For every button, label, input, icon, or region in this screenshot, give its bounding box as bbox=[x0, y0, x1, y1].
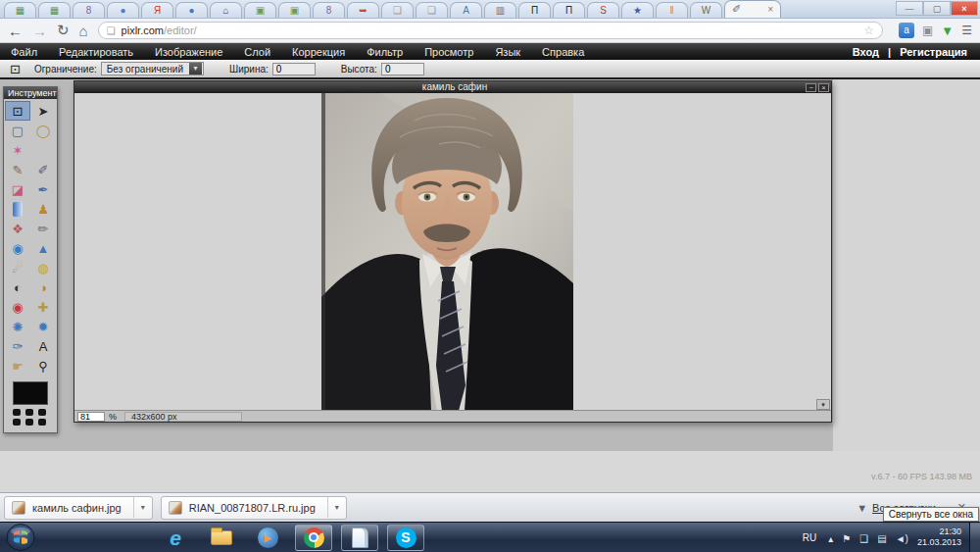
taskbar-internet-explorer[interactable]: e bbox=[157, 525, 194, 551]
minimize-button[interactable]: — bbox=[896, 1, 923, 16]
width-field[interactable] bbox=[272, 63, 316, 75]
eraser-tool[interactable]: ◪ bbox=[5, 179, 30, 199]
zoom-level-input[interactable] bbox=[77, 412, 105, 422]
wand-tool[interactable]: ✶ bbox=[5, 140, 30, 160]
tab-g-2[interactable]: 8 bbox=[313, 2, 345, 18]
brush-tool[interactable]: ✐ bbox=[30, 160, 56, 179]
home-icon[interactable]: ⌂ bbox=[79, 23, 88, 39]
heal-tool[interactable]: ✚ bbox=[30, 297, 56, 317]
red-eye-tool[interactable]: ◉ bbox=[5, 297, 30, 317]
menu-файл[interactable]: Файл bbox=[0, 46, 48, 58]
image-canvas[interactable] bbox=[74, 93, 831, 410]
hidden-icons-icon[interactable]: ▴ bbox=[828, 533, 833, 544]
smudge-tool[interactable]: ☄ bbox=[5, 258, 30, 277]
color-swatch[interactable] bbox=[13, 381, 48, 405]
draw-tool[interactable]: ✏ bbox=[30, 219, 56, 238]
move-tool[interactable]: ➤ bbox=[30, 101, 56, 121]
crop-tool[interactable]: ⊡ bbox=[5, 101, 30, 121]
show-desktop-button[interactable] bbox=[969, 523, 980, 552]
taskbar-windows-explorer[interactable] bbox=[203, 525, 240, 551]
tab-app-2[interactable]: ▣ bbox=[278, 2, 311, 18]
gradient-tool[interactable]: ▆ bbox=[5, 199, 30, 219]
pinch-tool[interactable]: ✹ bbox=[30, 317, 56, 336]
menu-слой[interactable]: Слой bbox=[233, 46, 281, 58]
image-close-icon[interactable]: × bbox=[818, 83, 829, 92]
extension-icon[interactable]: ▣ bbox=[922, 24, 933, 37]
download-item[interactable]: камиль сафин.jpg▾ bbox=[4, 496, 153, 520]
tab-doc-2[interactable]: ❏ bbox=[416, 2, 448, 18]
taskbar-chrome[interactable] bbox=[295, 525, 332, 551]
lasso-tool[interactable]: ◯ bbox=[30, 121, 56, 140]
hand-tool[interactable]: ☛ bbox=[5, 356, 30, 376]
tab-star[interactable]: ★ bbox=[621, 2, 654, 18]
sponge-tool[interactable]: ◍ bbox=[30, 258, 56, 277]
colorpicker-tool[interactable]: ✑ bbox=[5, 336, 30, 356]
tab-grid-1[interactable]: ▦ bbox=[4, 2, 36, 18]
action-center-flag-icon[interactable]: ⚑ bbox=[842, 533, 851, 544]
tools-palette-title[interactable]: Инструменты bbox=[4, 87, 57, 99]
tab-p-2[interactable]: П bbox=[553, 2, 585, 18]
bloat-tool[interactable]: ✺ bbox=[5, 317, 30, 336]
dodge-tool[interactable]: ◐ bbox=[5, 277, 30, 297]
paint-bucket-tool[interactable]: ✒ bbox=[30, 179, 56, 199]
tab-close-icon[interactable]: × bbox=[767, 4, 773, 15]
type-tool[interactable]: A bbox=[30, 336, 56, 356]
volume-icon[interactable]: ◄) bbox=[896, 533, 908, 544]
active-tab-pixlr[interactable]: ✐ × bbox=[724, 0, 781, 18]
zoom-tool[interactable]: ⚲ bbox=[30, 356, 56, 376]
constraint-dropdown[interactable]: Без ограничений ▼ bbox=[101, 62, 204, 75]
forward-icon[interactable]: → bbox=[32, 23, 47, 39]
clock[interactable]: 21:30 21.03.2013 bbox=[917, 527, 961, 548]
tab-w[interactable]: W bbox=[690, 2, 722, 18]
marquee-tool[interactable]: ▢ bbox=[5, 121, 30, 140]
chevron-down-icon[interactable]: ▼ bbox=[189, 63, 202, 75]
tab-bars[interactable]: ‖ bbox=[656, 2, 688, 18]
device-icon[interactable]: ❑ bbox=[859, 533, 868, 544]
tab-g-1[interactable]: 8 bbox=[73, 2, 105, 18]
register-link[interactable]: Регистрация bbox=[897, 46, 970, 58]
tab-app-1[interactable]: ▣ bbox=[244, 2, 276, 18]
menu-коррекция[interactable]: Коррекция bbox=[281, 46, 356, 58]
menu-просмотр[interactable]: Просмотр bbox=[414, 46, 484, 58]
chrome-menu-icon[interactable]: ☰ bbox=[961, 24, 972, 37]
translate-icon[interactable]: а bbox=[899, 23, 914, 38]
tab-p-1[interactable]: П bbox=[518, 2, 551, 18]
login-link[interactable]: Вход bbox=[850, 46, 882, 58]
maximize-button[interactable]: ▢ bbox=[923, 1, 951, 16]
sharpen-tool[interactable]: ▲ bbox=[30, 238, 56, 258]
tab-grid-2[interactable]: ▦ bbox=[38, 2, 71, 18]
taskbar-skype[interactable]: S bbox=[387, 525, 424, 551]
blur-tool[interactable]: ◉ bbox=[5, 238, 30, 258]
tab-film[interactable]: ▥ bbox=[484, 2, 516, 18]
reload-icon[interactable]: ↻ bbox=[57, 22, 70, 39]
navigator-toggle-icon[interactable]: ▾ bbox=[816, 399, 830, 410]
chevron-down-icon[interactable]: ▾ bbox=[327, 497, 346, 518]
tab-swirl[interactable]: ➥ bbox=[347, 2, 379, 18]
download-manager-icon[interactable]: ▼ bbox=[941, 24, 954, 38]
tab-doc-1[interactable]: ❏ bbox=[381, 2, 414, 18]
tab-dot[interactable]: ● bbox=[175, 2, 208, 18]
color-replace-tool[interactable]: ❖ bbox=[5, 219, 30, 238]
language-indicator[interactable]: RU bbox=[803, 532, 816, 543]
tab-home[interactable]: ⌂ bbox=[210, 2, 242, 18]
menu-справка[interactable]: Справка bbox=[531, 46, 595, 58]
tab-a[interactable]: A bbox=[450, 2, 482, 18]
burn-tool[interactable]: ◑ bbox=[30, 277, 56, 297]
tab-yandex[interactable]: Я bbox=[141, 2, 173, 18]
network-icon[interactable]: ▤ bbox=[877, 533, 886, 544]
back-icon[interactable]: ← bbox=[8, 23, 23, 39]
start-button[interactable] bbox=[6, 524, 35, 551]
taskbar-journal-app[interactable] bbox=[341, 525, 378, 551]
bookmark-star-icon[interactable]: ☆ bbox=[863, 24, 874, 37]
taskbar-media-player[interactable]: ▶ bbox=[249, 525, 286, 551]
download-item[interactable]: RIAN_00871807.LR.ru.jpg▾ bbox=[161, 496, 347, 520]
close-button[interactable]: × bbox=[951, 1, 978, 16]
clone-stamp-tool[interactable]: ♟ bbox=[30, 199, 56, 219]
image-minimize-icon[interactable]: − bbox=[806, 83, 816, 92]
address-bar[interactable]: ❏ pixlr.com /editor/ ☆ bbox=[98, 22, 883, 39]
menu-язык[interactable]: Язык bbox=[484, 46, 531, 58]
tab-s[interactable]: S bbox=[587, 2, 619, 18]
menu-изображение[interactable]: Изображение bbox=[144, 46, 233, 58]
image-window-titlebar[interactable]: камиль сафин − × bbox=[74, 81, 831, 93]
menu-фильтр[interactable]: Фильтр bbox=[356, 46, 414, 58]
